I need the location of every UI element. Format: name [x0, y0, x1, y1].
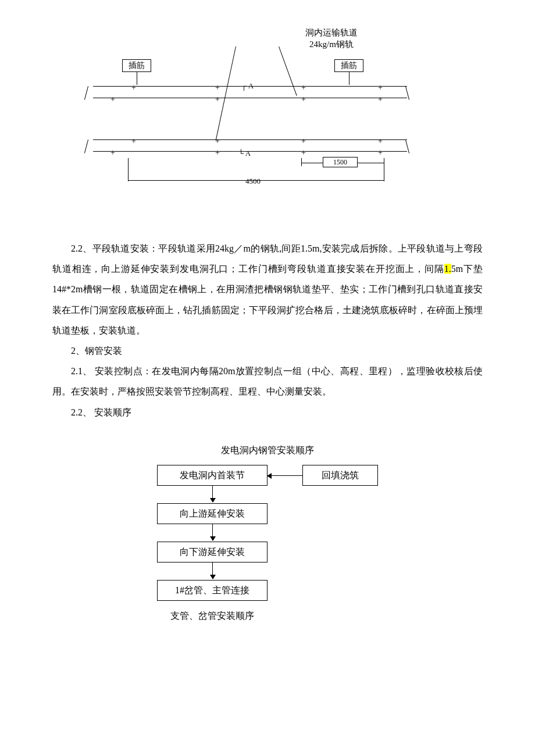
- arrow-down-icon: [212, 562, 213, 579]
- flow-box-1: 发电洞内首装节: [157, 465, 268, 486]
- arrow-down-icon: [212, 524, 213, 540]
- para-2-2b: 2.2、 安装顺序: [52, 402, 483, 422]
- rail-diagram: 洞内运输轨道 24kg/m钢轨 插筋 插筋 + + + + + + + + ┌ …: [76, 23, 425, 221]
- flowchart-subtitle: 支管、岔管安装顺序: [157, 605, 268, 626]
- flow-box-1r: 回填浇筑: [302, 465, 378, 486]
- section-a-bottom: A: [245, 149, 251, 157]
- para-2: 2、钢管安装: [52, 341, 483, 361]
- flowchart: 发电洞内首装节 回填浇筑 向上游延伸安装 向下游延伸安装 1#岔管、主管连接 支…: [145, 465, 390, 674]
- dim-4500: 4500: [236, 173, 270, 190]
- flow-box-4: 1#岔管、主管连接: [157, 580, 268, 601]
- dim-1500: 1500: [323, 157, 358, 167]
- flow-box-2: 向上游延伸安装: [157, 503, 268, 524]
- arrow-left-icon: [268, 475, 302, 476]
- body-text: 2.2、平段轨道安装：平段轨道采用24kg／m的钢轨,间距1.5m,安装完成后拆…: [52, 238, 483, 422]
- diagram-title-2: 24kg/m钢轨: [291, 35, 372, 54]
- label-right-box: 插筋: [334, 59, 363, 72]
- arrow-down-icon: [212, 486, 213, 502]
- para-2-2: 2.2、平段轨道安装：平段轨道采用24kg／m的钢轨,间距1.5m,安装完成后拆…: [52, 238, 483, 341]
- flow-box-3: 向下游延伸安装: [157, 542, 268, 562]
- flowchart-title: 发电洞内钢管安装顺序: [52, 440, 483, 460]
- highlight-1-5: 1.: [444, 264, 451, 274]
- label-left-box: 插筋: [122, 59, 151, 72]
- section-a-top: A: [248, 81, 254, 90]
- para-2-1: 2.1、 安装控制点：在发电洞内每隔20m放置控制点一组（中心、高程、里程），监…: [52, 361, 483, 402]
